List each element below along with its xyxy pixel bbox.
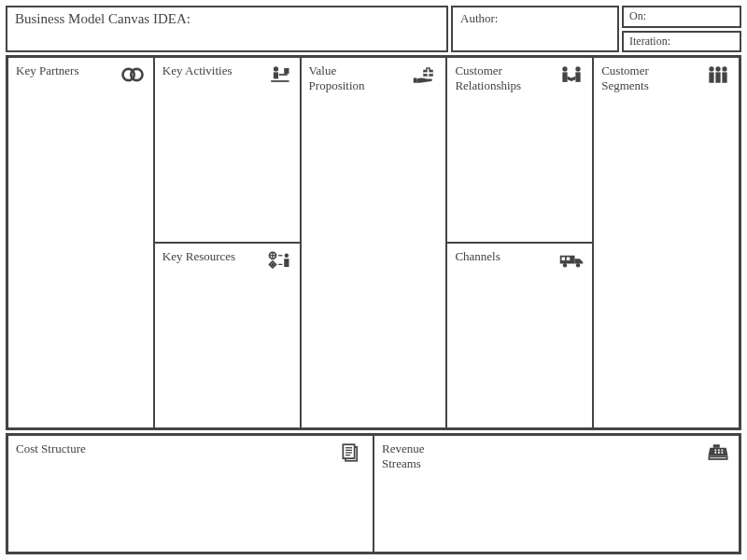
channels-title: Channels [455,249,500,264]
value-proposition-cell: Value Proposition [301,57,447,428]
canvas-title-cell: Business Model Canvas IDEA: [6,6,448,52]
rings-icon [120,63,146,86]
svg-rect-31 [709,72,713,82]
svg-rect-43 [718,450,720,452]
svg-rect-46 [718,452,720,454]
truck-icon [558,249,585,272]
svg-rect-33 [722,72,726,82]
svg-rect-40 [713,444,720,448]
svg-rect-45 [715,452,717,454]
revenue-streams-title: Revenue Streams [382,441,457,470]
meta-column: On: Iteration: [622,6,741,52]
gift-hand-icon [412,63,438,86]
resources-icon [266,249,292,272]
svg-point-19 [563,66,568,71]
svg-rect-24 [562,258,566,261]
author-label: Author: [460,11,498,25]
header-row: Business Model Canvas IDEA: Author: On: … [6,6,741,52]
on-label: On: [629,9,646,22]
svg-rect-32 [715,72,720,82]
svg-rect-6 [271,80,289,82]
main-grid: Key Partners Key Activities [6,55,741,430]
svg-rect-14 [284,259,289,267]
svg-rect-3 [273,72,277,78]
svg-rect-25 [567,258,571,261]
desk-worker-icon [266,63,292,86]
cash-register-icon [705,441,731,464]
svg-point-28 [709,66,713,71]
business-model-canvas: Business Model Canvas IDEA: Author: On: … [6,6,741,554]
author-cell: Author: [451,6,619,52]
svg-rect-22 [576,72,581,82]
on-cell: On: [622,6,741,28]
svg-rect-5 [284,68,289,74]
svg-rect-35 [343,444,354,458]
svg-point-26 [563,263,567,267]
key-partners-cell: Key Partners [7,57,154,428]
key-resources-cell: Key Resources [154,243,301,428]
key-activities-cell: Key Activities [154,57,301,243]
value-proposition-title: Value Proposition [309,63,384,92]
key-activities-title: Key Activities [162,63,233,78]
iteration-cell: Iteration: [622,31,741,53]
channels-cell: Channels [446,243,593,428]
svg-point-30 [722,66,726,71]
svg-rect-47 [722,452,724,454]
customer-segments-cell: Customer Segments [593,57,740,428]
revenue-streams-cell: Revenue Streams [374,435,740,553]
iteration-label: Iteration: [629,35,670,48]
key-partners-title: Key Partners [16,63,79,78]
key-resources-title: Key Resources [162,249,235,264]
customer-relationships-title: Customer Relationships [455,63,529,92]
svg-point-1 [131,69,142,80]
documents-icon [339,441,365,464]
svg-point-2 [273,66,277,71]
cost-structure-cell: Cost Structure [7,435,374,553]
svg-point-29 [715,66,720,71]
customer-relationships-cell: Customer Relationships [446,57,593,243]
bottom-row: Cost Structure Revenue Streams [6,433,741,554]
svg-rect-44 [722,450,724,452]
svg-rect-4 [279,74,288,76]
svg-rect-21 [563,72,568,82]
customer-segments-title: Customer Segments [601,63,676,92]
cost-structure-title: Cost Structure [16,441,86,456]
svg-rect-48 [710,457,726,458]
svg-point-13 [284,254,288,258]
svg-point-20 [576,66,581,71]
handshake-icon [558,63,585,86]
svg-rect-42 [715,450,717,452]
svg-rect-18 [414,78,417,83]
svg-rect-17 [424,72,434,74]
svg-point-27 [576,263,580,267]
people-group-icon [705,63,731,86]
canvas-title-label: Business Model Canvas IDEA: [15,11,190,26]
